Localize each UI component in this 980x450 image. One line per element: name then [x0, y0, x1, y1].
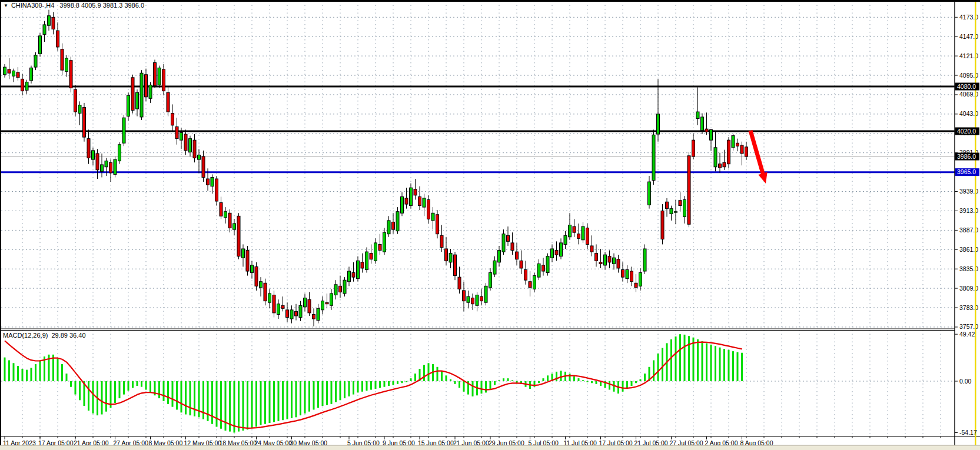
candle-bearish — [617, 259, 620, 268]
price-tag-resistance-4080: 4080.0 — [955, 83, 979, 91]
candle-bearish — [370, 254, 373, 259]
candle-bearish — [608, 256, 611, 262]
candle-bearish — [436, 215, 439, 234]
candle-bearish — [511, 243, 514, 251]
candle-bearish — [595, 254, 598, 261]
macd-bar — [393, 381, 394, 385]
macd-bar — [543, 378, 544, 381]
candle-bullish — [114, 159, 117, 174]
candle-bearish — [145, 75, 148, 97]
macd-bar — [697, 339, 699, 381]
candle-bullish — [149, 85, 152, 99]
macd-bar — [75, 381, 77, 395]
macd-bar — [511, 380, 513, 381]
macd-bar — [499, 380, 500, 381]
macd-bar — [353, 381, 354, 395]
macd-bar — [622, 381, 624, 392]
price-tag-text: 4080.0 — [957, 83, 976, 90]
macd-bar — [331, 381, 333, 404]
candle-bullish — [242, 249, 245, 258]
candle-bearish — [480, 296, 483, 301]
macd-bar — [123, 381, 125, 395]
candle-bullish — [366, 252, 368, 269]
candle-bullish — [613, 258, 616, 264]
macd-bar — [370, 381, 372, 390]
candle-bullish — [343, 280, 346, 294]
candle-bullish — [357, 261, 360, 278]
candle-bearish — [666, 202, 669, 208]
candle-bearish — [590, 246, 593, 252]
macd-bar — [344, 381, 346, 398]
candle-bearish — [516, 252, 519, 259]
candle-bearish — [586, 228, 589, 245]
macd-bar — [388, 381, 390, 386]
macd-bar — [348, 381, 350, 396]
macd-bar — [596, 381, 597, 384]
macd-bar — [573, 376, 575, 381]
macd-bar — [472, 381, 474, 396]
candle-bullish — [25, 82, 28, 90]
candle-bullish — [710, 129, 713, 140]
candle-bullish — [48, 16, 51, 25]
macd-bar — [247, 381, 248, 429]
price-tag-text: 3965.0 — [957, 168, 976, 175]
candle-bearish — [207, 179, 210, 185]
candle-bearish — [74, 89, 77, 112]
candle-bullish — [431, 213, 434, 221]
macd-bar — [92, 381, 94, 414]
candle-bullish — [569, 225, 572, 237]
candle-bullish — [334, 285, 337, 295]
candle-bullish — [330, 294, 333, 305]
candle-bullish — [537, 264, 540, 277]
candle-bullish — [251, 265, 254, 273]
candle-bullish — [321, 301, 324, 310]
mt4-chart-window: 4173.04147.04121.04095.04069.04043.04017… — [0, 0, 980, 450]
candle-bullish — [211, 177, 214, 186]
macd-bar — [269, 381, 271, 423]
candle-bearish — [555, 251, 558, 255]
candle-bullish — [12, 71, 15, 76]
macd-bar — [291, 381, 293, 418]
candle-bearish — [520, 261, 523, 268]
candle-bullish — [136, 92, 139, 109]
macd-bar — [454, 381, 456, 384]
candle-bullish — [383, 232, 386, 252]
macd-bar — [741, 353, 743, 381]
macd-bar — [26, 370, 28, 381]
candle-bearish — [83, 107, 86, 137]
macd-bar — [88, 381, 89, 411]
candle-bearish — [109, 162, 112, 173]
candle-bullish — [582, 226, 584, 240]
candle-bearish — [573, 226, 576, 232]
candle-bearish — [295, 311, 298, 316]
candle-bullish — [546, 256, 549, 273]
candle-bullish — [127, 95, 130, 116]
macd-bar — [158, 381, 160, 398]
macd-bar — [190, 381, 191, 415]
candle-bearish — [692, 140, 695, 156]
candle-bullish — [675, 212, 677, 212]
candle-bearish — [622, 269, 624, 277]
macd-bar — [211, 381, 213, 424]
symbol-period-label: CHINA300-,H4 — [11, 2, 54, 9]
macd-bar — [137, 381, 138, 386]
candle-bearish — [361, 262, 364, 268]
candle-bearish — [458, 277, 461, 289]
candle-bearish — [679, 201, 682, 206]
candle-bearish — [69, 61, 72, 88]
macd-bar — [242, 381, 244, 431]
candle-bullish — [696, 112, 699, 118]
symbol-dropdown-icon[interactable]: ▼ — [4, 3, 8, 8]
candle-bearish — [378, 244, 381, 250]
candle-bearish — [193, 140, 196, 158]
macd-bar — [322, 381, 324, 406]
macd-bar — [282, 381, 284, 420]
macd-bar — [17, 366, 19, 381]
candle-bearish — [16, 72, 19, 78]
macd-bar — [423, 365, 425, 381]
macd-bar — [679, 334, 681, 381]
macd-bar — [732, 351, 734, 381]
macd-bar — [556, 372, 557, 381]
macd-bar — [379, 381, 381, 388]
candle-bullish — [30, 68, 33, 81]
